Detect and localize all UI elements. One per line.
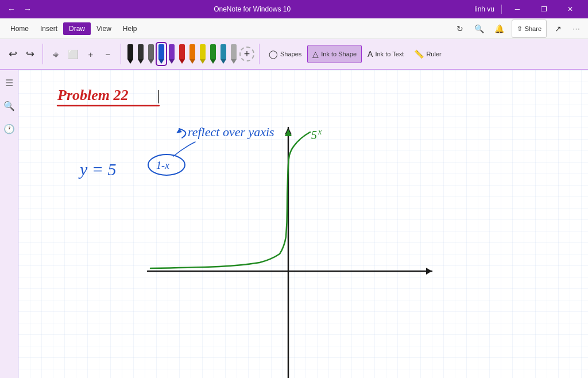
forward-button[interactable]: →	[21, 2, 34, 16]
undo-icon: ↩	[9, 49, 17, 59]
sync-icon: ↻	[457, 24, 463, 33]
pen-orange[interactable]	[188, 43, 197, 65]
user-area: linh vu	[470, 5, 499, 13]
bell-button[interactable]: 🔔	[492, 21, 507, 37]
share-label: Share	[525, 25, 541, 32]
eraser-icon: ⬜	[68, 50, 79, 59]
pen-shaft-gray	[148, 44, 154, 59]
menu-help[interactable]: Help	[117, 22, 143, 35]
titlebar-title: OneNote for Windows 10	[34, 5, 470, 13]
arrow-annotation	[176, 129, 185, 138]
x-axis-arrow	[426, 268, 432, 275]
pen-gray[interactable]	[146, 43, 156, 65]
graph-exponent-label: x	[318, 128, 322, 136]
problem22-text: Problem 22	[57, 87, 129, 103]
pen-light[interactable]	[229, 43, 238, 65]
pen-purple[interactable]	[167, 43, 176, 65]
graph-label: 5	[311, 129, 317, 141]
bell-icon: 🔔	[494, 24, 504, 33]
sidebar-menu-icon[interactable]: ☰	[1, 75, 17, 91]
search-icon: 🔍	[474, 24, 484, 33]
expand-button[interactable]: ↗	[551, 21, 565, 37]
pen-tip-dark	[138, 59, 144, 64]
pen-tip-purple	[169, 59, 175, 64]
ink-to-shape-label: Ink to Shape	[321, 51, 357, 57]
undo-redo-group: ↩ ↪	[5, 41, 38, 67]
toolbar: ↩ ↪ ⎆ ⬜ + −	[0, 39, 588, 70]
pen-black[interactable]	[126, 43, 135, 65]
share-button[interactable]: ⇧ Share	[512, 20, 547, 38]
ink-to-text-label: Ink to Text	[375, 51, 404, 57]
add-pen-button[interactable]: +	[239, 47, 254, 61]
canvas-area[interactable]: Problem 22 reflect over yaxis y = 5 1-x	[18, 70, 588, 378]
more-button[interactable]: ···	[570, 21, 583, 37]
shapes-button[interactable]: ◯ Shapes	[264, 45, 306, 63]
menu-insert[interactable]: Insert	[34, 22, 63, 35]
lasso-icon: ⎆	[53, 50, 59, 59]
exponential-curve	[150, 132, 310, 268]
menu-draw[interactable]: Draw	[63, 22, 91, 35]
redo-icon: ↪	[26, 49, 34, 59]
minimize-button[interactable]: ─	[504, 0, 531, 18]
ink-to-text-button[interactable]: A Ink to Text	[363, 45, 408, 63]
menu-home[interactable]: Home	[5, 22, 34, 35]
close-button[interactable]: ✕	[557, 0, 583, 18]
sidebar-search-icon[interactable]: 🔍	[1, 98, 17, 114]
pen-tip-blue	[158, 59, 164, 64]
add-icon: +	[244, 48, 250, 60]
restore-button[interactable]: ❐	[531, 0, 557, 18]
pen-shaft-purple	[169, 44, 175, 59]
eraser-add-button[interactable]: +	[83, 41, 99, 67]
pen-shaft-dark	[138, 44, 144, 59]
eraser-minus-button[interactable]: −	[100, 41, 116, 67]
menubar: Home Insert Draw View Help ↻ 🔍 🔔 ⇧ Share…	[0, 18, 588, 39]
pen-tip-light	[231, 59, 237, 64]
pen-red[interactable]	[177, 43, 187, 65]
ruler-icon: 📏	[414, 49, 424, 59]
pen-shaft-light	[231, 44, 237, 59]
sidebar-history-icon[interactable]: 🕐	[1, 121, 17, 137]
pen-shaft-blue	[158, 44, 164, 59]
exponent-text: 1-x	[156, 160, 169, 171]
pen-green[interactable]	[208, 43, 218, 65]
pen-shaft-yellow	[200, 44, 206, 59]
ruler-button[interactable]: 📏 Ruler	[409, 45, 446, 63]
sync-button[interactable]: ↻	[453, 21, 467, 37]
ink-to-shape-icon: △	[312, 49, 319, 59]
pen-yellow[interactable]	[198, 43, 207, 65]
pen-shaft-green	[210, 44, 216, 59]
pen-shaft-orange	[189, 44, 195, 59]
expand-icon: ↗	[555, 24, 562, 33]
pen-teal[interactable]	[219, 43, 228, 65]
pen-palette-group: +	[126, 43, 254, 65]
pen-shaft-teal	[220, 44, 226, 59]
reflect-text: reflect over yaxis	[188, 125, 274, 139]
shapes-label: Shapes	[280, 51, 301, 57]
problem22-title: Problem 22	[57, 87, 159, 106]
eraser-button[interactable]: ⬜	[65, 41, 82, 67]
pen-shaft-black	[127, 44, 133, 59]
handwriting-layer: Problem 22 reflect over yaxis y = 5 1-x	[18, 70, 588, 378]
annotation-arrow	[173, 142, 195, 156]
pen-blue[interactable]	[157, 43, 166, 65]
sep3	[259, 44, 260, 64]
menu-view[interactable]: View	[91, 22, 117, 35]
titlebar-right: linh vu ─ ❐ ✕	[470, 0, 583, 18]
titlebar-separator	[501, 5, 502, 14]
undo-button[interactable]: ↩	[5, 41, 21, 67]
sep2	[121, 44, 121, 64]
lasso-button[interactable]: ⎆	[48, 41, 64, 67]
more-icon: ···	[572, 25, 580, 33]
y-equals-text: y = 5	[78, 160, 117, 179]
pen-tip-black	[127, 59, 133, 64]
pen-dark[interactable]	[136, 43, 145, 65]
username-label: linh vu	[474, 5, 494, 13]
ink-to-shape-button[interactable]: △ Ink to Shape	[307, 45, 362, 63]
plus-icon: +	[88, 50, 94, 59]
ruler-label: Ruler	[426, 51, 441, 57]
titlebar-left: ← →	[5, 2, 34, 16]
redo-button[interactable]: ↪	[22, 41, 38, 67]
search-button[interactable]: 🔍	[471, 21, 487, 37]
back-button[interactable]: ←	[5, 2, 18, 16]
pen-tip-gray	[148, 59, 154, 64]
